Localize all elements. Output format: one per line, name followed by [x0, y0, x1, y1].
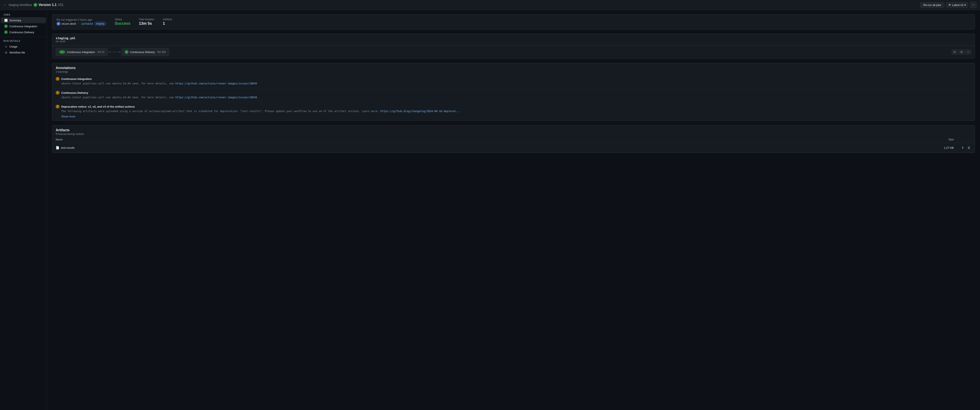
- annotations-header: Annotations 3 warnings: [52, 63, 975, 74]
- annotation-2-body: ubuntu-latest pipelines will use ubuntu-…: [56, 95, 971, 99]
- artifact-size: 1.27 KB: [601, 143, 957, 153]
- annotation-2-link[interactable]: https://github.com/actions/runner-images…: [175, 96, 257, 99]
- artifacts-subtitle: Produced during runtime: [56, 133, 971, 136]
- triggered-meta: Re-run triggered 2 hours ago e eCom-dev5…: [57, 18, 106, 25]
- artifacts-meta: Artifacts 1: [163, 18, 172, 26]
- more-options-button[interactable]: ···: [970, 2, 977, 8]
- artifact-row-1: 📄 test-results 1.27 KB ⬇ 🗑: [52, 143, 975, 153]
- sidebar-summary-label: Summary: [10, 19, 21, 22]
- annotation-2-message: ubuntu-latest pipelines will use ubuntu-…: [61, 96, 174, 99]
- artifacts-table: Name Size 📄 test-results 1.27 KB: [52, 136, 975, 153]
- annotation-3-job: Deprecation notice: v1, v2, and v3 of th…: [61, 105, 135, 108]
- top-bar-right: Re-run all jobs 👁 Latest #2 ▾ ···: [920, 2, 977, 8]
- annotation-1-message: ubuntu-latest pipelines will use ubuntu-…: [61, 82, 174, 85]
- sidebar-item-summary[interactable]: ⬜ Summary: [1, 17, 46, 23]
- artifacts-title: Artifacts: [56, 128, 971, 132]
- sidebar-item-continuous-integration[interactable]: ✓ Continuous Integration: [1, 23, 46, 29]
- annotation-2-header: ! Continuous Delivery: [56, 91, 971, 95]
- artifacts-header: Artifacts Produced during runtime: [52, 125, 975, 136]
- pipeline-job-cd[interactable]: ✓ Continuous Delivery 8m 59s: [121, 48, 169, 56]
- ci-pipeline-check: ✓: [59, 50, 65, 54]
- annotation-item-1: ! Continuous Integration ubuntu-latest p…: [52, 74, 975, 88]
- pipeline-controls: ⊟ ⊞ ⤢: [951, 49, 971, 55]
- ci-job-name: Continuous Integration: [67, 51, 95, 54]
- top-bar-left: ← Staging Workflow ✓ Version 1.1 #31: [3, 3, 64, 7]
- sidebar-item-workflow-file[interactable]: ⊞ Workflow file: [1, 49, 46, 55]
- warn-icon-2: !: [56, 91, 60, 95]
- commit-hash: 2afeb34: [81, 22, 93, 25]
- show-more-button[interactable]: Show more: [61, 115, 75, 118]
- cd-job-name: Continuous Delivery: [130, 51, 155, 54]
- annotation-3-link[interactable]: https://github.blog/changelog/2024-04-16…: [380, 110, 461, 113]
- top-bar: ← Staging Workflow ✓ Version 1.1 #31 Re-…: [0, 0, 980, 10]
- sidebar-item-continuous-delivery[interactable]: ✓ Continuous Delivery: [1, 29, 46, 35]
- workflow-name: Staging Workflow: [8, 3, 32, 6]
- annotation-3-message: The following artifacts were uploaded us…: [61, 110, 379, 113]
- artifacts-value: 1: [163, 21, 172, 26]
- artifacts-col-size: Size: [601, 136, 957, 143]
- usage-icon: ⊙: [4, 45, 8, 48]
- annotations-card: Annotations 3 warnings ! Continuous Inte…: [52, 63, 975, 121]
- annotation-item-3: ! Deprecation notice: v1, v2, and v3 of …: [52, 102, 975, 120]
- artifact-download-button[interactable]: ⬇: [961, 145, 965, 150]
- arrow-icon: →: [77, 22, 80, 25]
- pipeline-job-ci[interactable]: ✓ Continuous Integration 3m 0s: [56, 48, 108, 56]
- status-label: Status: [115, 18, 130, 21]
- artifacts-col-actions: [957, 136, 975, 143]
- artifact-actions: ⬇ 🗑: [961, 145, 971, 150]
- content-area: Re-run triggered 2 hours ago e eCom-dev5…: [47, 10, 980, 410]
- artifact-file-icon: 📄: [56, 146, 59, 149]
- connector-line: [110, 52, 119, 52]
- latest-badge[interactable]: 👁 Latest #2 ▾: [946, 2, 968, 8]
- ci-check-icon: ✓: [4, 24, 8, 28]
- pipeline-fit-button[interactable]: ⤢: [965, 49, 971, 55]
- run-number: #31: [58, 3, 64, 7]
- run-version: Version 1.1: [39, 3, 57, 7]
- workflow-pipeline-card: staging.yml on: push ✓ Continuous Integr…: [52, 34, 975, 59]
- run-title: ✓ Version 1.1 #31: [33, 3, 64, 7]
- warn-icon-3: !: [56, 104, 60, 108]
- annotation-3-body: The following artifacts were uploaded us…: [56, 109, 971, 113]
- sidebar-cd-label: Continuous Delivery: [10, 31, 34, 34]
- duration-value: 13m 5s: [139, 21, 154, 26]
- artifact-name-cell: 📄 test-results: [56, 146, 598, 149]
- cd-check-icon: ✓: [4, 30, 8, 34]
- warn-icon-1: !: [56, 77, 60, 81]
- author-name: eCom-dev5: [62, 22, 76, 25]
- status-value: Success: [115, 21, 130, 26]
- main-layout: Jobs ⬜ Summary ✓ Continuous Integration …: [0, 10, 980, 410]
- chevron-down-icon: ▾: [964, 3, 966, 6]
- duration-meta: Total duration 13m 5s: [139, 18, 154, 26]
- sidebar-item-usage[interactable]: ⊙ Usage: [1, 43, 46, 49]
- annotation-1-link[interactable]: https://github.com/actions/runner-images…: [175, 82, 257, 85]
- run-details-section-label: Run details: [0, 39, 47, 43]
- run-success-icon: ✓: [33, 3, 37, 7]
- connector-dot-right: [119, 51, 121, 53]
- commit-info: e eCom-dev5 → 2afeb34 staging: [57, 22, 106, 25]
- rerun-all-jobs-button[interactable]: Re-run all jobs: [920, 2, 944, 8]
- sidebar-workflow-label: Workflow file: [10, 51, 25, 54]
- annotation-3-header: ! Deprecation notice: v1, v2, and v3 of …: [56, 104, 971, 108]
- home-icon: ⬜: [4, 19, 8, 22]
- artifacts-col-name: Name: [52, 136, 601, 143]
- latest-label: Latest #2: [952, 3, 964, 6]
- run-info-card: Re-run triggered 2 hours ago e eCom-dev5…: [52, 14, 975, 29]
- pipeline-zoom-in-button[interactable]: ⊞: [958, 49, 964, 55]
- annotation-item-2: ! Continuous Delivery ubuntu-latest pipe…: [52, 88, 975, 102]
- workflow-file-name: staging.yml: [56, 36, 971, 40]
- artifacts-label: Artifacts: [163, 18, 172, 21]
- annotation-1-job: Continuous Integration: [61, 78, 92, 81]
- workflow-trigger: on: push: [56, 40, 971, 43]
- author-avatar: e: [57, 22, 60, 25]
- branch-badge: staging: [94, 22, 106, 25]
- pipeline-zoom-out-button[interactable]: ⊟: [951, 49, 958, 55]
- back-arrow[interactable]: ←: [3, 3, 7, 7]
- artifacts-card: Artifacts Produced during runtime Name S…: [52, 125, 975, 153]
- triggered-text: Re-run triggered 2 hours ago: [57, 18, 106, 21]
- cd-job-time: 8m 59s: [158, 51, 166, 54]
- sidebar-divider: [0, 37, 47, 37]
- annotation-1-header: ! Continuous Integration: [56, 77, 971, 81]
- sidebar: Jobs ⬜ Summary ✓ Continuous Integration …: [0, 10, 47, 410]
- artifact-delete-button[interactable]: 🗑: [967, 145, 971, 150]
- pipeline-connector: [108, 51, 121, 53]
